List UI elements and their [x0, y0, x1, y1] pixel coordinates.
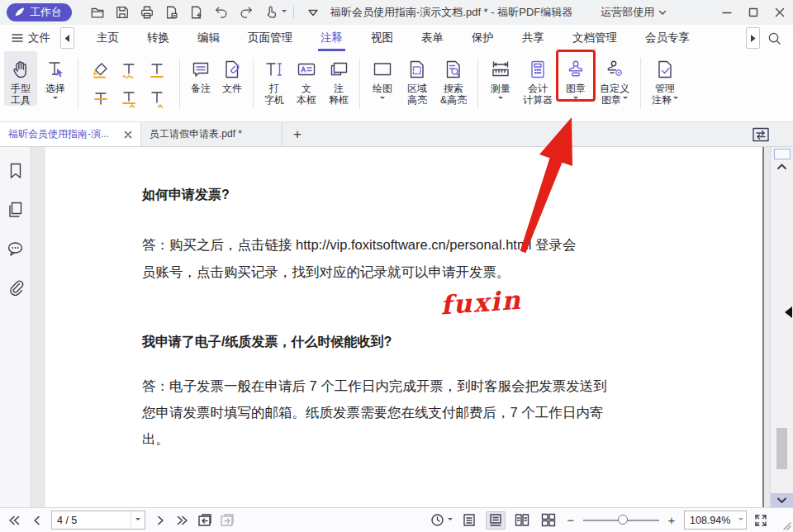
scroll-down-icon[interactable]: [771, 493, 793, 507]
tab-form[interactable]: 表单: [407, 25, 458, 51]
tab-view[interactable]: 视图: [357, 25, 407, 51]
file-attachment-button[interactable]: 文件: [217, 51, 247, 94]
strikeout-tool-icon[interactable]: [90, 86, 112, 111]
rotate-view-caret[interactable]: [448, 518, 453, 523]
zoom-level-caret[interactable]: [735, 511, 746, 529]
print-icon[interactable]: [135, 2, 159, 23]
page-number-combobox[interactable]: 4 / 5: [51, 511, 145, 530]
window-resize-grip[interactable]: [781, 520, 791, 530]
expand-right-panel-handle[interactable]: [779, 306, 792, 318]
rotate-view-icon[interactable]: [430, 512, 444, 529]
zoom-slider[interactable]: [583, 512, 659, 529]
select-tool-button[interactable]: 选择: [39, 51, 72, 102]
attachments-panel-icon[interactable]: [7, 278, 25, 297]
comments-panel-icon[interactable]: [7, 240, 25, 258]
custom-stamp-caret[interactable]: [623, 97, 628, 102]
vertical-scrollbar[interactable]: [770, 147, 793, 507]
tab-leave-request[interactable]: 员工请假申请表.pdf *: [141, 122, 283, 146]
tab-edit[interactable]: 编辑: [183, 25, 234, 51]
touch-mode-icon[interactable]: [259, 2, 283, 23]
accounting-calculator-button[interactable]: 会计 计算器: [519, 51, 557, 106]
scroll-up-icon[interactable]: [776, 163, 787, 170]
next-page-icon[interactable]: [153, 512, 168, 529]
measure-caret[interactable]: [498, 97, 503, 102]
hand-tool-button[interactable]: 手型 工具: [4, 51, 37, 106]
callout-button[interactable]: 注 释框: [324, 51, 354, 106]
save-icon[interactable]: [110, 2, 135, 23]
squiggly-tool-icon[interactable]: [118, 58, 140, 83]
tab-share[interactable]: 共享: [508, 25, 558, 51]
textbox-button[interactable]: 文 本框: [291, 51, 322, 106]
first-page-icon[interactable]: [7, 512, 21, 529]
fullscreen-icon[interactable]: [753, 512, 768, 529]
page-number-caret[interactable]: [131, 511, 145, 529]
area-highlight-button[interactable]: 区域 高亮: [401, 51, 434, 106]
new-tab-button[interactable]: +: [283, 122, 312, 146]
stamp-button[interactable]: 图章: [558, 51, 593, 102]
bookmarks-panel-icon[interactable]: [7, 162, 25, 180]
switch-view-icon[interactable]: [752, 122, 793, 146]
minimize-button[interactable]: [714, 0, 740, 25]
select-tool-caret[interactable]: [53, 97, 58, 102]
tab-comment[interactable]: 注释: [306, 25, 357, 51]
pages-panel-icon[interactable]: [7, 201, 25, 219]
search-highlight-button[interactable]: 搜索 &高亮: [435, 51, 472, 106]
workspace-button[interactable]: 工作台: [7, 3, 72, 21]
manage-comments-button[interactable]: 管理 注释: [647, 51, 683, 106]
previous-page-icon[interactable]: [29, 512, 44, 529]
measure-button[interactable]: 测量: [484, 51, 517, 102]
typewriter-button[interactable]: 打 字机: [259, 51, 289, 106]
continuous-layout-icon[interactable]: [486, 511, 506, 530]
fuxin-signature-annotation[interactable]: fuxin: [439, 285, 523, 321]
menu-file[interactable]: 文件: [12, 31, 50, 45]
tab-page-management[interactable]: 页面管理: [234, 25, 306, 51]
tab-member-exclusive[interactable]: 会员专享: [631, 25, 704, 51]
manage-comments-caret[interactable]: [673, 97, 678, 102]
zoom-slider-knob[interactable]: [618, 515, 628, 525]
replace-text-tool-icon[interactable]: [118, 86, 140, 111]
facing-layout-icon[interactable]: [512, 511, 532, 530]
open-file-icon[interactable]: [85, 2, 110, 23]
tab-convert[interactable]: 转换: [133, 25, 183, 51]
note-button[interactable]: 备注: [186, 51, 216, 94]
tab-document-management[interactable]: 文档管理: [558, 25, 631, 51]
previous-view-icon[interactable]: [197, 512, 212, 529]
scrollbar-thumb[interactable]: [776, 428, 787, 469]
search-icon[interactable]: [760, 26, 788, 50]
chevron-down-icon: [658, 10, 667, 16]
account-menu[interactable]: 运营部使用: [601, 5, 667, 20]
custom-stamp-button[interactable]: 自定义 图章: [595, 51, 634, 106]
tab-protect[interactable]: 保护: [458, 25, 508, 51]
extract-page-icon[interactable]: [159, 2, 184, 23]
tab-close-icon[interactable]: [124, 131, 132, 139]
comment-toolbar: 手型 工具 选择: [0, 51, 793, 122]
facing-continuous-layout-icon[interactable]: [539, 511, 558, 530]
drawing-caret[interactable]: [380, 97, 385, 102]
insert-text-tool-icon[interactable]: [146, 86, 168, 111]
redo-icon[interactable]: [234, 2, 259, 23]
pdf-page[interactable]: 如何申请发票? 答：购买之后，点击链接 http://vip.foxitsoft…: [45, 147, 764, 507]
drawing-button[interactable]: 绘图: [366, 51, 399, 102]
last-page-icon[interactable]: [175, 512, 190, 529]
highlight-tool-icon[interactable]: [90, 58, 112, 83]
tab-member-guide[interactable]: 福昕会员使用指南-演...: [0, 122, 141, 146]
underline-tool-icon[interactable]: [146, 58, 168, 83]
insert-page-icon[interactable]: [184, 2, 209, 23]
maximize-button[interactable]: [740, 0, 767, 25]
ribbon-scroll-left-button[interactable]: [60, 27, 74, 49]
ribbon-scroll-right-button[interactable]: [746, 27, 760, 49]
single-page-layout-icon[interactable]: [459, 511, 479, 530]
zoom-out-button[interactable]: −: [565, 513, 577, 527]
undo-icon[interactable]: [209, 2, 234, 23]
stamp-caret[interactable]: [573, 97, 578, 102]
zoom-in-button[interactable]: +: [666, 513, 677, 527]
zoom-level-combobox[interactable]: 108.94%: [684, 511, 747, 530]
touch-mode-caret[interactable]: [282, 10, 287, 15]
divider: [477, 58, 478, 109]
close-button[interactable]: [767, 0, 793, 25]
title-collapse-icon[interactable]: [301, 2, 325, 23]
split-view-handle[interactable]: [774, 149, 791, 159]
custom-stamp-icon: [604, 56, 625, 83]
next-view-icon[interactable]: [220, 512, 235, 529]
tab-home[interactable]: 主页: [83, 25, 133, 51]
